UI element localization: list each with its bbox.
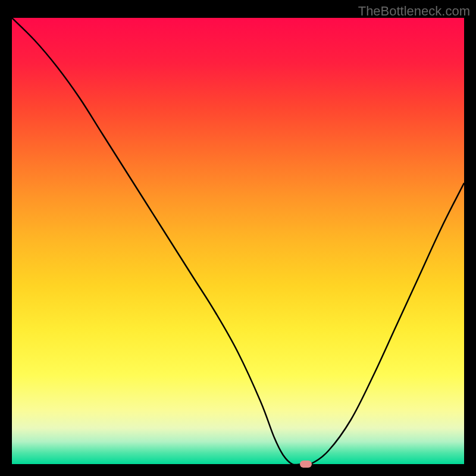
optimal-point-marker [300, 461, 312, 468]
chart-plot-area [12, 18, 464, 464]
bottleneck-curve [12, 18, 464, 464]
watermark-text: TheBottleneck.com [358, 4, 470, 19]
